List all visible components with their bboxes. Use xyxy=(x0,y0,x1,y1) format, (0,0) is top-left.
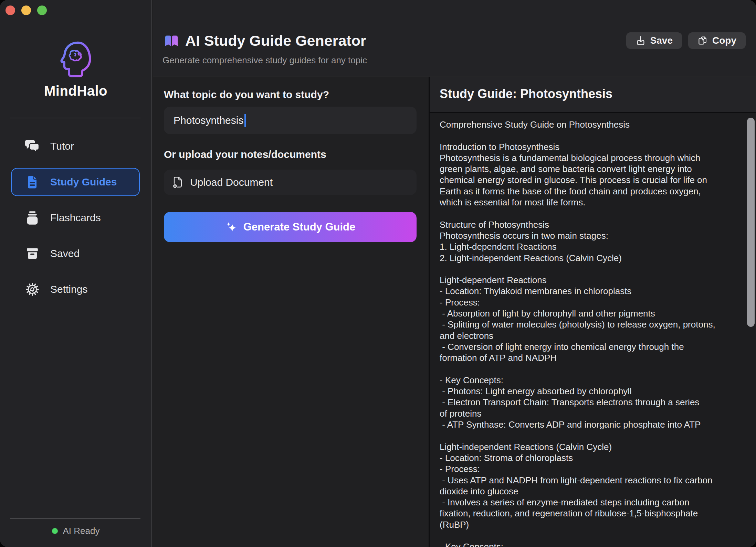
sidebar-nav: Tutor Study Guides xyxy=(11,132,140,303)
minimize-button[interactable] xyxy=(21,6,31,15)
sidebar-item-study-guides[interactable]: Study Guides xyxy=(11,168,140,196)
sidebar-item-label: Tutor xyxy=(50,140,74,152)
topic-input-value: Photosynthesis xyxy=(174,115,243,126)
generate-button-label: Generate Study Guide xyxy=(243,221,356,233)
scrollbar-thumb[interactable] xyxy=(747,118,755,327)
header-actions: Save Copy xyxy=(626,32,746,49)
sidebar-item-tutor[interactable]: Tutor xyxy=(11,132,140,160)
document-icon xyxy=(24,175,41,189)
sidebar-item-label: Settings xyxy=(50,283,87,295)
status-dot-icon xyxy=(52,528,58,534)
sidebar-item-settings[interactable]: Settings xyxy=(11,275,140,303)
page-subtitle: Generate comprehensive study guides for … xyxy=(162,55,367,66)
open-book-icon xyxy=(164,35,179,47)
study-guide-panel: Study Guide: Photosynthesis Comprehensiv… xyxy=(430,77,756,547)
document-plus-icon xyxy=(172,176,183,189)
topic-input[interactable]: Photosynthesis xyxy=(164,107,417,134)
sidebar-item-flashcards[interactable]: Flashcards xyxy=(11,204,140,232)
sidebar-item-label: Flashcards xyxy=(50,212,101,224)
copy-button[interactable]: Copy xyxy=(688,32,746,49)
main-area: AI Study Guide Generator Generate compre… xyxy=(153,0,756,547)
save-button[interactable]: Save xyxy=(626,32,682,49)
zoom-button[interactable] xyxy=(37,6,47,15)
brand-block: MindHalo xyxy=(0,41,151,99)
sidebar-item-label: Study Guides xyxy=(50,176,117,188)
study-guide-title: Study Guide: Photosynthesis xyxy=(440,87,612,101)
chat-bubbles-icon xyxy=(24,139,41,154)
topic-label: What topic do you want to study? xyxy=(164,89,329,100)
generate-study-guide-button[interactable]: Generate Study Guide xyxy=(164,212,417,242)
page-title: AI Study Guide Generator xyxy=(185,32,366,49)
ai-status: AI Ready xyxy=(0,526,151,536)
sidebar-divider-top xyxy=(10,118,140,118)
brain-head-logo-icon xyxy=(59,41,92,78)
upload-document-button[interactable]: Upload Document xyxy=(164,170,417,195)
sparkles-icon xyxy=(225,221,238,233)
card-stack-icon xyxy=(24,210,41,225)
app-window: MindHalo Tutor xyxy=(0,0,756,547)
copy-doc-icon xyxy=(697,35,708,46)
upload-label: Or upload your notes/documents xyxy=(164,149,326,160)
sidebar-item-saved[interactable]: Saved xyxy=(11,239,140,268)
sidebar-item-label: Saved xyxy=(50,248,80,259)
status-label: AI Ready xyxy=(63,526,100,536)
copy-button-label: Copy xyxy=(712,35,736,46)
page-header: AI Study Guide Generator Generate compre… xyxy=(153,0,756,76)
gear-icon xyxy=(24,282,41,296)
sidebar-divider-bottom xyxy=(10,518,140,519)
text-cursor xyxy=(244,114,246,127)
brand-name: MindHalo xyxy=(44,83,107,99)
study-guide-header: Study Guide: Photosynthesis xyxy=(430,77,756,113)
study-guide-scroll-area[interactable]: Comprehensive Study Guide on Photosynthe… xyxy=(430,114,756,547)
save-button-label: Save xyxy=(650,35,673,46)
sidebar: MindHalo Tutor xyxy=(0,0,152,547)
archive-box-icon xyxy=(24,247,41,260)
save-download-icon xyxy=(636,35,646,46)
study-guide-text: Comprehensive Study Guide on Photosynthe… xyxy=(440,119,715,547)
topic-form-panel: What topic do you want to study? Photosy… xyxy=(153,77,429,547)
upload-button-label: Upload Document xyxy=(190,176,273,188)
window-controls xyxy=(6,6,47,15)
close-button[interactable] xyxy=(6,6,15,15)
